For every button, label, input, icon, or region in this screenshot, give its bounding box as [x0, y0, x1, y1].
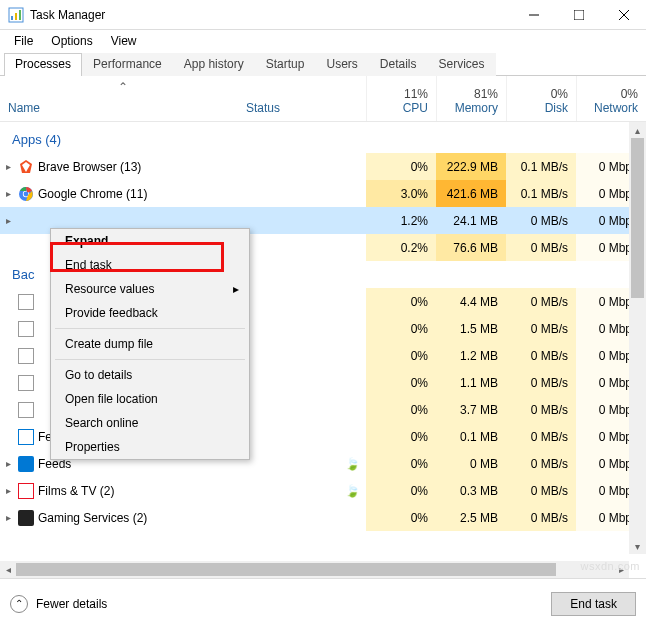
scroll-left-icon[interactable]: ◂	[0, 561, 16, 578]
column-headers: ⌃ Name Status 11%CPU 81%Memory 0%Disk 0%…	[0, 76, 646, 122]
fewer-details-link[interactable]: Fewer details	[36, 597, 107, 611]
ctx-go-to-details[interactable]: Go to details	[51, 363, 249, 387]
process-row[interactable]: ▸ Gaming Services (2) 0% 2.5 MB 0 MB/s 0…	[0, 504, 646, 531]
expand-icon[interactable]: ▸	[0, 215, 16, 226]
col-cpu[interactable]: 11%CPU	[366, 76, 436, 121]
films-tv-icon	[16, 483, 36, 499]
scroll-down-icon[interactable]: ▾	[629, 538, 646, 554]
cell-disk: 0 MB/s	[506, 234, 576, 261]
tabs: Processes Performance App history Startu…	[0, 52, 646, 76]
scroll-up-icon[interactable]: ▴	[629, 122, 646, 138]
features-icon	[16, 429, 36, 445]
cell-disk: 0 MB/s	[506, 207, 576, 234]
process-name: Films & TV (2)	[36, 484, 246, 498]
process-row[interactable]: ▸ Films & TV (2) 🍃 0% 0.3 MB 0 MB/s 0 Mb…	[0, 477, 646, 504]
group-apps[interactable]: Apps (4)	[0, 122, 646, 153]
cell-mem: 222.9 MB	[436, 153, 506, 180]
tab-app-history[interactable]: App history	[173, 53, 255, 76]
maximize-button[interactable]	[556, 0, 601, 30]
brave-icon	[16, 159, 36, 175]
expand-icon[interactable]: ▸	[0, 188, 16, 199]
separator	[55, 359, 245, 360]
ctx-open-file-location[interactable]: Open file location	[51, 387, 249, 411]
ctx-search-online[interactable]: Search online	[51, 411, 249, 435]
col-memory[interactable]: 81%Memory	[436, 76, 506, 121]
chrome-icon	[16, 186, 36, 202]
cell-mem: 421.6 MB	[436, 180, 506, 207]
gaming-services-icon	[16, 510, 36, 526]
cell-cpu: 1.2%	[366, 207, 436, 234]
menu-file[interactable]: File	[6, 32, 41, 50]
leaf-icon: 🍃	[345, 457, 360, 471]
menu-view[interactable]: View	[103, 32, 145, 50]
titlebar: Task Manager	[0, 0, 646, 30]
tab-performance[interactable]: Performance	[82, 53, 173, 76]
svg-rect-5	[574, 10, 584, 20]
menu-options[interactable]: Options	[43, 32, 100, 50]
col-network[interactable]: 0%Network	[576, 76, 646, 121]
cell-mem: 24.1 MB	[436, 207, 506, 234]
cell-mem: 76.6 MB	[436, 234, 506, 261]
ctx-end-task[interactable]: End task	[51, 253, 249, 277]
feeds-icon	[16, 456, 36, 472]
expand-icon[interactable]: ▸	[0, 485, 16, 496]
ctx-properties[interactable]: Properties	[51, 435, 249, 459]
col-disk[interactable]: 0%Disk	[506, 76, 576, 121]
col-status[interactable]: Status	[246, 76, 366, 121]
leaf-icon: 🍃	[345, 484, 360, 498]
expand-icon[interactable]: ▸	[0, 161, 16, 172]
cell-cpu: 0.2%	[366, 234, 436, 261]
svg-point-12	[24, 191, 29, 196]
generic-icon	[16, 375, 36, 391]
sort-indicator-icon: ⌃	[118, 80, 128, 94]
generic-icon	[16, 402, 36, 418]
window-title: Task Manager	[30, 8, 105, 22]
process-row[interactable]: ▸ Google Chrome (11) 3.0% 421.6 MB 0.1 M…	[0, 180, 646, 207]
fewer-details-icon[interactable]: ⌃	[10, 595, 28, 613]
ctx-create-dump[interactable]: Create dump file	[51, 332, 249, 356]
cell-cpu: 3.0%	[366, 180, 436, 207]
tab-processes[interactable]: Processes	[4, 53, 82, 76]
cell-disk: 0.1 MB/s	[506, 180, 576, 207]
close-button[interactable]	[601, 0, 646, 30]
tab-startup[interactable]: Startup	[255, 53, 316, 76]
ctx-provide-feedback[interactable]: Provide feedback	[51, 301, 249, 325]
cell-cpu: 0%	[366, 153, 436, 180]
generic-icon	[16, 321, 36, 337]
horizontal-scrollbar[interactable]: ◂ ▸	[0, 561, 629, 578]
expand-icon[interactable]: ▸	[0, 512, 16, 523]
ctx-resource-values[interactable]: Resource values▸	[51, 277, 249, 301]
minimize-button[interactable]	[511, 0, 556, 30]
end-task-button[interactable]: End task	[551, 592, 636, 616]
svg-rect-3	[19, 10, 21, 20]
process-name: Google Chrome (11)	[36, 187, 246, 201]
generic-icon	[16, 348, 36, 364]
submenu-arrow-icon: ▸	[233, 282, 239, 296]
generic-icon	[16, 294, 36, 310]
tab-services[interactable]: Services	[428, 53, 496, 76]
separator	[55, 328, 245, 329]
app-icon	[8, 7, 24, 23]
context-menu: Expand End task Resource values▸ Provide…	[50, 228, 250, 460]
tab-users[interactable]: Users	[315, 53, 368, 76]
vertical-scrollbar[interactable]: ▴ ▾	[629, 122, 646, 554]
col-name[interactable]: ⌃ Name	[0, 76, 246, 121]
process-row[interactable]: ▸ Brave Browser (13) 0% 222.9 MB 0.1 MB/…	[0, 153, 646, 180]
process-name: Gaming Services (2)	[36, 511, 246, 525]
footer: ⌃ Fewer details End task	[0, 578, 646, 628]
ctx-expand[interactable]: Expand	[51, 229, 249, 253]
scrollbar-thumb[interactable]	[16, 563, 556, 576]
svg-rect-1	[11, 16, 13, 20]
tab-details[interactable]: Details	[369, 53, 428, 76]
svg-rect-2	[15, 13, 17, 20]
menubar: File Options View	[0, 30, 646, 52]
watermark: wsxdn.com	[580, 560, 640, 572]
expand-icon[interactable]: ▸	[0, 458, 16, 469]
cell-disk: 0.1 MB/s	[506, 153, 576, 180]
process-name: Brave Browser (13)	[36, 160, 246, 174]
scrollbar-thumb[interactable]	[631, 138, 644, 298]
